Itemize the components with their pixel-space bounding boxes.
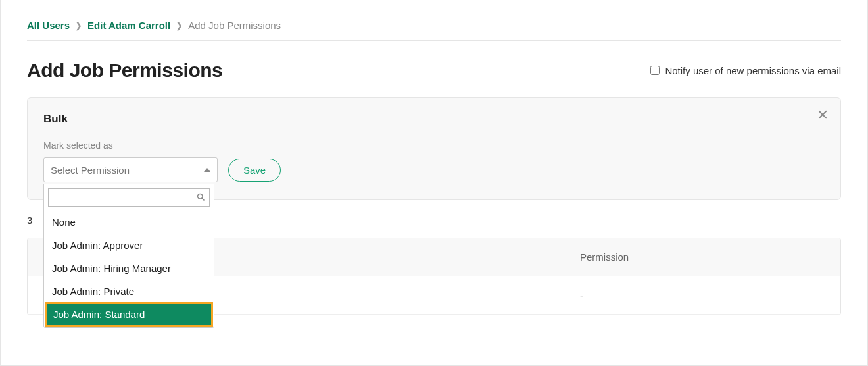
close-icon[interactable] xyxy=(817,109,829,123)
dropdown-search-wrap xyxy=(44,184,214,211)
permission-select[interactable]: Select Permission None Job Admin: Approv… xyxy=(43,157,218,182)
dropdown-option-none[interactable]: None xyxy=(44,211,214,234)
dropdown-option-hiring-manager[interactable]: Job Admin: Hiring Manager xyxy=(44,257,214,280)
bulk-panel: Bulk Mark selected as Select Permission … xyxy=(27,97,841,200)
notify-checkbox-wrap[interactable]: Notify user of new permissions via email xyxy=(650,65,841,76)
header-permission: Permission xyxy=(564,238,840,276)
breadcrumb-edit-user[interactable]: Edit Adam Carroll xyxy=(87,20,170,31)
dropdown-option-approver[interactable]: Job Admin: Approver xyxy=(44,234,214,257)
permission-select-display[interactable]: Select Permission xyxy=(43,157,218,182)
select-placeholder: Select Permission xyxy=(51,165,130,176)
search-icon xyxy=(196,192,206,205)
breadcrumb-all-users[interactable]: All Users xyxy=(27,20,70,31)
svg-line-3 xyxy=(202,198,204,200)
dropdown-option-private[interactable]: Job Admin: Private xyxy=(44,280,214,303)
row-permission-value: - xyxy=(580,290,583,301)
page-title: Add Job Permissions xyxy=(27,59,222,82)
chevron-right-icon: ❯ xyxy=(75,20,82,30)
permission-dropdown: None Job Admin: Approver Job Admin: Hiri… xyxy=(43,184,214,328)
chevron-right-icon: ❯ xyxy=(176,20,183,30)
breadcrumb-current: Add Job Permissions xyxy=(188,20,281,31)
mark-selected-label: Mark selected as xyxy=(43,140,825,151)
svg-point-2 xyxy=(198,194,203,199)
bulk-title: Bulk xyxy=(43,113,825,126)
notify-label: Notify user of new permissions via email xyxy=(665,65,841,76)
notify-checkbox[interactable] xyxy=(650,66,660,75)
chevron-up-icon xyxy=(204,168,210,172)
row-permission-cell: - xyxy=(564,276,840,314)
dropdown-search-input[interactable] xyxy=(48,188,210,207)
save-button[interactable]: Save xyxy=(228,159,281,182)
breadcrumb: All Users ❯ Edit Adam Carroll ❯ Add Job … xyxy=(27,20,841,41)
dropdown-option-standard[interactable]: Job Admin: Standard xyxy=(45,303,212,326)
